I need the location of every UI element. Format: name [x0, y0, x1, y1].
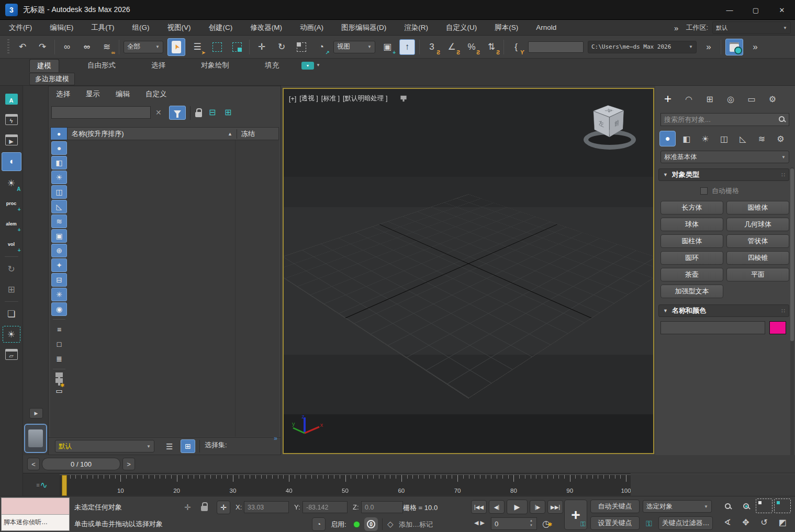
- display-groups-icon[interactable]: ▣: [51, 229, 67, 243]
- object-button-0[interactable]: 长方体: [660, 201, 723, 214]
- viewport-filter-icon[interactable]: [400, 96, 406, 99]
- percent-snap-icon[interactable]: %Ƨ: [464, 39, 479, 55]
- ribbon-minimize-button[interactable]: ▼: [301, 62, 314, 70]
- zoom-all-icon[interactable]: [737, 499, 754, 513]
- autogrid-checkbox[interactable]: [700, 187, 708, 195]
- toolbar-overflow-icon[interactable]: »: [701, 39, 716, 55]
- bind-to-space-warp-icon[interactable]: ≋∞: [99, 39, 115, 55]
- object-button-6[interactable]: 圆环: [660, 251, 723, 265]
- minimize-button[interactable]: —: [716, 0, 743, 20]
- frame-spinner[interactable]: ▲▼: [530, 518, 533, 527]
- ribbon-tab-0[interactable]: 建模: [29, 59, 59, 72]
- menu-item-0[interactable]: 文件(F): [0, 20, 41, 35]
- display-cameras-icon[interactable]: ◫: [51, 185, 67, 199]
- add-time-tag[interactable]: 添加…标记: [399, 520, 433, 529]
- pan-icon[interactable]: ✥: [737, 515, 754, 529]
- reference-coordinate-dropdown[interactable]: 视图▼: [333, 41, 375, 53]
- ribbon-tab-3[interactable]: 对象绘制: [194, 59, 237, 72]
- script-run-icon[interactable]: ▶: [3, 132, 20, 149]
- select-and-move-icon[interactable]: ✛: [254, 39, 270, 55]
- set-keys-button[interactable]: +⚿: [564, 500, 587, 530]
- object-button-9[interactable]: 平面: [726, 268, 789, 281]
- display-hidden-icon[interactable]: ◉: [51, 302, 67, 316]
- fov-icon[interactable]: ∢: [719, 515, 736, 529]
- display-xrefs-icon[interactable]: ⊕: [51, 244, 67, 257]
- geometry-category-icon[interactable]: ●: [659, 131, 676, 146]
- new-key-settings-icon[interactable]: ⚿: [643, 517, 655, 530]
- save-scene-icon[interactable]: [725, 39, 743, 55]
- display-shapes-icon[interactable]: ◧: [51, 156, 67, 169]
- image-manager-icon[interactable]: ❏: [3, 305, 20, 322]
- name-color-rollout[interactable]: ▼ 名称和颜色 ∷: [658, 304, 789, 317]
- named-selection-sets-icon[interactable]: {ϒ: [508, 39, 524, 55]
- named-selection-input[interactable]: [528, 41, 584, 53]
- transform-gizmo-icon[interactable]: ✛: [184, 503, 191, 512]
- explorer-list-area[interactable]: ●◧☀◫◺≋▣⊕✦⊟✳◉≡□≣▭: [50, 140, 279, 437]
- viewport-label-2[interactable]: [标准 ]: [321, 94, 340, 103]
- explorer-overflow-chevron[interactable]: »: [274, 435, 277, 442]
- zoom-icon[interactable]: [719, 499, 736, 513]
- track-ruler[interactable]: 0102030405060708090100: [60, 474, 631, 495]
- zoom-extents-all-icon[interactable]: [774, 499, 791, 513]
- select-and-scale-icon[interactable]: [294, 39, 309, 55]
- menu-item-4[interactable]: 视图(V): [159, 20, 200, 35]
- menu-item-3[interactable]: 组(G): [124, 20, 159, 35]
- motion-tab[interactable]: ◎: [722, 91, 739, 107]
- explorer-menu-0[interactable]: 选择: [56, 89, 70, 99]
- ribbon-tab-4[interactable]: 填充: [257, 59, 286, 72]
- menu-item-8[interactable]: 图形编辑器(D): [332, 20, 395, 35]
- expand-panel-button[interactable]: ▶: [29, 408, 43, 418]
- display-geometry-icon[interactable]: ●: [51, 141, 67, 155]
- project-folder-dropdown[interactable]: C:\Users\me⋯ds Max 2026▼: [588, 41, 697, 53]
- hierarchy-tab[interactable]: ⊞: [701, 91, 718, 107]
- window-crossing-icon[interactable]: [229, 39, 245, 55]
- shapes-category-icon[interactable]: ◧: [678, 131, 695, 146]
- script-editor-icon[interactable]: ϟ: [3, 111, 20, 128]
- light-group-select-icon[interactable]: ☀: [3, 326, 20, 343]
- create-procedural-icon[interactable]: proc+: [3, 195, 20, 212]
- object-name-input[interactable]: [660, 321, 765, 334]
- lights-category-icon[interactable]: ☀: [697, 131, 713, 146]
- key-selection-dropdown[interactable]: 选定对象 ▼: [643, 500, 712, 513]
- systems-category-icon[interactable]: ⚙: [772, 131, 789, 146]
- select-by-name-icon[interactable]: ☰➤: [189, 39, 205, 55]
- explorer-menu-2[interactable]: 编辑: [116, 89, 130, 99]
- filter-funnel-icon[interactable]: [55, 372, 63, 377]
- view-list-icon[interactable]: ≡: [51, 323, 67, 336]
- workspace-dropdown[interactable]: 默认 ▼: [712, 21, 791, 34]
- name-column-header[interactable]: 名称(按升序排序): [68, 129, 228, 139]
- previous-frame-button[interactable]: ◀|: [489, 500, 505, 514]
- viewport-label-3[interactable]: [默认明暗处理 ]: [343, 94, 387, 103]
- create-alembic-icon[interactable]: alem+: [3, 216, 20, 232]
- select-and-link-icon[interactable]: ∞: [59, 39, 75, 55]
- viewport-label-0[interactable]: [+]: [289, 95, 296, 103]
- use-pivot-point-center-icon[interactable]: ▣+: [379, 39, 395, 55]
- utilities-tab[interactable]: ⚙: [764, 91, 781, 107]
- explorer-filter-button[interactable]: [169, 106, 186, 120]
- orbit-icon[interactable]: ↺: [756, 515, 772, 529]
- layer-view-icon[interactable]: ☰: [166, 442, 173, 451]
- display-tab[interactable]: ▭: [743, 91, 760, 107]
- selection-lock-icon[interactable]: [201, 505, 208, 513]
- isolate-count-button[interactable]: 0: [364, 517, 378, 531]
- frame-counter[interactable]: 0 / 100: [42, 458, 120, 470]
- create-tab[interactable]: +: [659, 91, 676, 107]
- explorer-search-input[interactable]: [51, 106, 151, 119]
- menu-item-6[interactable]: 修改器(M): [241, 20, 291, 35]
- undo-icon[interactable]: ↶: [15, 39, 30, 55]
- next-frame-arrow[interactable]: >: [122, 458, 135, 470]
- explorer-menu-3[interactable]: 自定义: [145, 89, 167, 99]
- snaps-toggle-icon[interactable]: 3Ƨ: [424, 39, 440, 55]
- object-button-4[interactable]: 圆柱体: [660, 234, 723, 248]
- adaptive-degradation-icon[interactable]: ◔: [312, 517, 326, 531]
- clear-search-icon[interactable]: ✕: [155, 108, 162, 117]
- ribbon-panel-polygon-modeling[interactable]: 多边形建模: [29, 73, 75, 85]
- object-button-3[interactable]: 几何球体: [726, 218, 789, 231]
- cameras-category-icon[interactable]: ◫: [716, 131, 732, 146]
- scene-converter-icon[interactable]: A: [3, 91, 20, 108]
- next-frame-button[interactable]: |▶: [530, 500, 545, 514]
- viewcube[interactable]: 左 前 顶: [581, 103, 639, 155]
- display-spacewarps-icon[interactable]: ≋: [51, 214, 67, 228]
- frozen-column-header[interactable]: 冻结: [237, 129, 278, 139]
- angle-snap-icon[interactable]: ∠Ƨ: [444, 39, 460, 55]
